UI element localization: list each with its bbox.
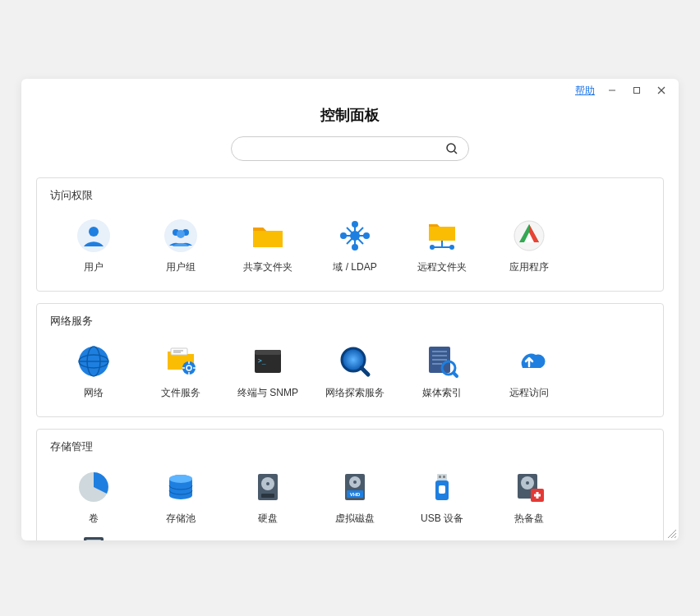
svg-line-5 <box>454 151 457 154</box>
item-label: 存储池 <box>166 512 196 526</box>
virtual-disk-icon: VHD <box>337 469 373 505</box>
svg-rect-30 <box>171 348 187 355</box>
item-terminal-snmp[interactable]: >_ 终端与 SNMP <box>224 340 311 403</box>
item-label: 硬盘 <box>258 512 278 526</box>
svg-line-44 <box>362 368 368 375</box>
svg-point-18 <box>340 232 347 239</box>
svg-line-51 <box>454 373 457 376</box>
item-remote-folder[interactable]: 远程文件夹 <box>398 214 486 278</box>
applications-icon <box>511 218 547 254</box>
item-label: 卷 <box>89 512 99 526</box>
section-title: 网络服务 <box>50 314 650 329</box>
item-label: 应用程序 <box>509 260 549 274</box>
disk-icon <box>250 469 286 505</box>
hot-spare-icon <box>511 469 547 505</box>
item-label: 媒体索引 <box>422 386 462 400</box>
item-grid: 卷 存储池 硬盘 VHD <box>50 466 650 540</box>
item-label: USB 设备 <box>421 512 463 526</box>
svg-point-16 <box>352 221 358 228</box>
terminal-snmp-icon: >_ <box>250 343 286 379</box>
search-input[interactable] <box>242 143 445 155</box>
item-label: 终端与 SNMP <box>237 386 298 400</box>
user-group-icon <box>163 218 199 254</box>
item-label: 热备盘 <box>514 512 544 526</box>
remote-access-icon <box>511 343 547 379</box>
item-label: 虚拟磁盘 <box>335 512 375 526</box>
svg-rect-66 <box>443 476 445 478</box>
item-disk[interactable]: 硬盘 <box>224 466 311 529</box>
svg-rect-65 <box>439 476 441 478</box>
svg-rect-1 <box>634 88 640 94</box>
item-label: 用户组 <box>166 260 196 274</box>
item-network[interactable]: 网络 <box>50 340 137 403</box>
item-usb-device[interactable]: USB 设备 <box>398 466 486 529</box>
resize-handle[interactable] <box>665 527 677 539</box>
svg-point-71 <box>526 481 529 485</box>
search-box[interactable] <box>231 136 469 161</box>
storage-pool-icon <box>163 469 199 505</box>
search-icon <box>445 142 458 155</box>
item-label: 远程访问 <box>509 386 549 400</box>
volume-icon <box>76 469 112 505</box>
hyper-cache-icon: SSD <box>76 532 112 540</box>
usb-device-icon <box>424 469 460 505</box>
item-network-discovery[interactable]: 网络探索服务 <box>311 340 398 403</box>
svg-text:VHD: VHD <box>350 492 361 497</box>
item-shared-folder[interactable]: 共享文件夹 <box>224 214 311 278</box>
section-title: 存储管理 <box>50 439 650 454</box>
item-label: 网络 <box>84 386 104 400</box>
remote-folder-icon <box>424 218 460 254</box>
item-label: 域 / LDAP <box>333 260 376 274</box>
svg-point-23 <box>430 245 435 250</box>
item-hot-spare[interactable]: 热备盘 <box>486 466 573 529</box>
content-area[interactable]: 访问权限 用户 用户组 <box>21 169 679 540</box>
header: 控制面板 <box>21 102 679 169</box>
svg-rect-58 <box>261 494 274 498</box>
help-link[interactable]: 帮助 <box>575 84 595 98</box>
item-grid: 网络 文件服务 >_ 终端与 SNMP <box>50 340 650 403</box>
item-remote-access[interactable]: 远程访问 <box>486 340 573 403</box>
svg-point-7 <box>89 227 99 237</box>
svg-text:>_: >_ <box>258 357 266 365</box>
media-index-icon <box>424 343 460 379</box>
item-hyper-cache[interactable]: SSD Hyper Cache <box>50 529 137 540</box>
svg-rect-76 <box>86 540 101 540</box>
item-domain-ldap[interactable]: 域 / LDAP <box>311 214 398 278</box>
page-title: 控制面板 <box>21 105 679 125</box>
item-applications[interactable]: 应用程序 <box>486 214 573 278</box>
shared-folder-icon <box>250 218 286 254</box>
item-label: 文件服务 <box>161 386 200 400</box>
network-icon <box>76 343 112 379</box>
svg-point-4 <box>447 144 455 152</box>
item-label: 共享文件夹 <box>243 260 292 274</box>
svg-point-17 <box>352 244 358 251</box>
section-title: 访问权限 <box>50 188 650 203</box>
item-label: 远程文件夹 <box>417 260 467 274</box>
svg-rect-40 <box>255 350 281 355</box>
item-file-service[interactable]: 文件服务 <box>137 340 224 403</box>
item-label: 网络探索服务 <box>325 386 385 400</box>
svg-point-20 <box>350 231 360 241</box>
section-network-services: 网络服务 网络 文件服务 >_ <box>36 303 664 417</box>
item-volume[interactable]: 卷 <box>50 466 137 529</box>
svg-point-19 <box>363 232 370 239</box>
item-label: 用户 <box>84 260 104 274</box>
svg-point-54 <box>169 475 192 483</box>
titlebar: 帮助 <box>21 79 679 102</box>
close-button[interactable] <box>649 81 674 99</box>
item-user-groups[interactable]: 用户组 <box>137 214 224 278</box>
item-virtual-disk[interactable]: VHD 虚拟磁盘 <box>311 466 398 529</box>
section-storage-management: 存储管理 卷 存储池 <box>36 429 664 540</box>
file-service-icon <box>163 343 199 379</box>
domain-ldap-icon <box>337 218 373 254</box>
user-icon <box>76 218 112 254</box>
svg-rect-64 <box>437 474 447 480</box>
maximize-button[interactable] <box>624 81 649 99</box>
item-storage-pool[interactable]: 存储池 <box>137 466 224 529</box>
svg-point-61 <box>353 480 357 484</box>
minimize-button[interactable] <box>600 81 624 99</box>
svg-point-24 <box>449 245 454 250</box>
svg-line-83 <box>675 536 676 538</box>
item-media-index[interactable]: 媒体索引 <box>398 340 486 403</box>
item-users[interactable]: 用户 <box>50 214 137 278</box>
